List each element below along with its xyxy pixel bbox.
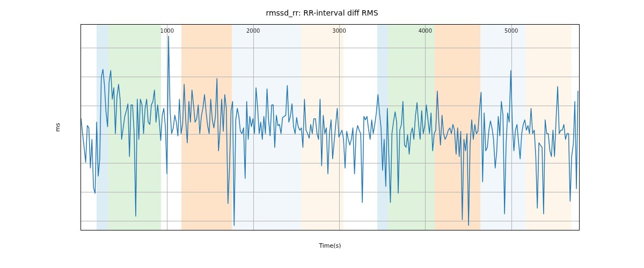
plot-area: 255075100125150175 10002000300040005000 [80,24,580,230]
y-tick: 150 [80,73,81,79]
y-tick: 25 [80,218,81,224]
chart-title: rmssd_rr: RR-interval diff RMS [0,9,644,17]
x-tick: 4000 [419,25,432,34]
x-tick: 5000 [504,25,518,34]
series-layer [81,25,579,230]
x-tick: 3000 [332,25,346,34]
y-tick: 50 [80,189,81,195]
y-tick: 75 [80,160,81,166]
y-tick: 125 [80,102,81,108]
x-tick: 1000 [160,25,174,34]
figure: rmssd_rr: RR-interval diff RMS ms 255075… [0,0,644,268]
y-tick: 100 [80,131,81,137]
x-tick: 2000 [246,25,260,34]
y-tick: 175 [80,45,81,51]
y-axis-label: ms [54,24,61,230]
series-rmssd_rr [81,36,578,225]
x-axis-label: Time(s) [80,242,580,249]
